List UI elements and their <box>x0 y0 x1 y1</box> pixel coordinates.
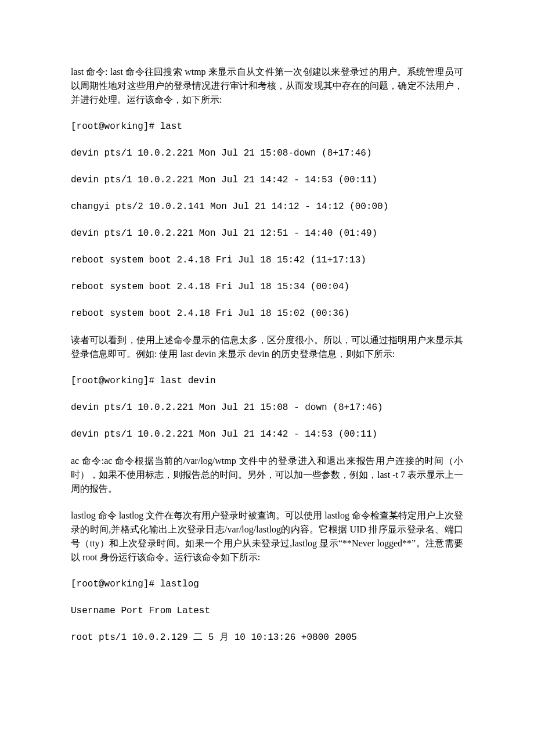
explain-lastlog-command: lastlog 命令 lastlog 文件在每次有用户登录时被查询。可以使用 l… <box>71 509 463 564</box>
shell-output-line: devin pts/1 10.0.2.221 Mon Jul 21 12:51 … <box>71 226 463 240</box>
shell-output-line: root pts/1 10.0.2.129 二 5 月 10 10:13:26 … <box>71 631 463 645</box>
explain-last-filter: 读者可以看到，使用上述命令显示的信息太多，区分度很小。所以，可以通过指明用户来显… <box>71 333 463 361</box>
document-page: last 命令: last 命令往回搜索 wtmp 来显示自从文件第一次创建以来… <box>0 0 534 756</box>
shell-output-line: reboot system boot 2.4.18 Fri Jul 18 15:… <box>71 253 463 267</box>
shell-output-header: Username Port From Latest <box>71 604 463 618</box>
shell-output-line: devin pts/1 10.0.2.221 Mon Jul 21 14:42 … <box>71 173 463 187</box>
shell-output-line: devin pts/1 10.0.2.221 Mon Jul 21 15:08 … <box>71 401 463 415</box>
shell-output-line: devin pts/1 10.0.2.221 Mon Jul 21 15:08-… <box>71 146 463 160</box>
intro-last-command: last 命令: last 命令往回搜索 wtmp 来显示自从文件第一次创建以来… <box>71 65 463 107</box>
shell-output-line: reboot system boot 2.4.18 Fri Jul 18 15:… <box>71 307 463 321</box>
shell-command-last: [root@working]# last <box>71 120 463 134</box>
explain-ac-command: ac 命令:ac 命令根据当前的/var/log/wtmp 文件中的登录进入和退… <box>71 454 463 496</box>
shell-command-last-devin: [root@working]# last devin <box>71 374 463 388</box>
shell-output-line: changyi pts/2 10.0.2.141 Mon Jul 21 14:1… <box>71 200 463 214</box>
shell-command-lastlog: [root@working]# lastlog <box>71 577 463 591</box>
shell-output-line: reboot system boot 2.4.18 Fri Jul 18 15:… <box>71 280 463 294</box>
shell-output-line: devin pts/1 10.0.2.221 Mon Jul 21 14:42 … <box>71 427 463 441</box>
